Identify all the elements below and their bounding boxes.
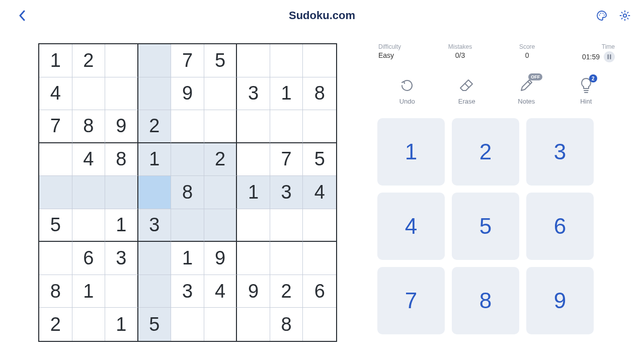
sudoku-cell[interactable] <box>138 77 172 111</box>
sudoku-cell[interactable]: 3 <box>138 209 172 242</box>
sudoku-cell[interactable]: 1 <box>105 308 138 341</box>
sudoku-cell[interactable] <box>72 308 106 341</box>
sudoku-cell[interactable] <box>237 209 270 242</box>
sudoku-cell[interactable] <box>105 77 138 111</box>
pause-button[interactable] <box>604 51 615 62</box>
sudoku-cell[interactable] <box>171 110 204 143</box>
sudoku-cell[interactable]: 2 <box>204 143 237 176</box>
sudoku-cell[interactable] <box>105 176 138 209</box>
stat-value: 01:59 <box>582 53 600 61</box>
sudoku-cell[interactable]: 2 <box>138 110 172 143</box>
sudoku-cell[interactable]: 8 <box>72 110 106 143</box>
sudoku-cell[interactable] <box>138 44 172 77</box>
sudoku-cell[interactable]: 8 <box>171 176 204 209</box>
numpad-key-4[interactable]: 4 <box>377 193 445 260</box>
undo-button[interactable]: Undo <box>387 76 427 105</box>
hint-button[interactable]: 2 Hint <box>566 76 606 105</box>
sudoku-cell[interactable]: 3 <box>237 77 270 111</box>
sudoku-cell[interactable]: 1 <box>39 44 72 77</box>
settings-button[interactable] <box>618 9 632 23</box>
sudoku-cell[interactable] <box>204 209 237 242</box>
sudoku-cell[interactable] <box>171 143 204 176</box>
numpad-key-5[interactable]: 5 <box>452 193 519 260</box>
sudoku-cell[interactable] <box>204 308 237 341</box>
sudoku-cell[interactable] <box>270 110 303 143</box>
sudoku-cell[interactable]: 1 <box>105 209 138 242</box>
sudoku-cell[interactable] <box>237 110 270 143</box>
numpad-key-7[interactable]: 7 <box>377 267 445 334</box>
sudoku-cell[interactable] <box>237 242 270 275</box>
sudoku-cell[interactable] <box>237 308 270 341</box>
action-label: Hint <box>580 98 592 105</box>
sudoku-cell[interactable] <box>105 275 138 308</box>
sudoku-cell[interactable] <box>72 176 106 209</box>
sudoku-cell[interactable]: 4 <box>39 77 72 111</box>
sudoku-cell[interactable] <box>270 209 303 242</box>
sudoku-cell[interactable] <box>39 143 72 176</box>
sudoku-cell[interactable]: 5 <box>303 143 336 176</box>
sudoku-cell[interactable] <box>204 77 237 111</box>
sudoku-cell[interactable]: 8 <box>270 308 303 341</box>
sudoku-cell[interactable] <box>303 110 336 143</box>
sudoku-cell[interactable]: 1 <box>237 176 270 209</box>
sudoku-cell[interactable] <box>72 209 106 242</box>
sudoku-cell[interactable]: 9 <box>204 242 237 275</box>
sudoku-cell[interactable]: 7 <box>171 44 204 77</box>
sudoku-cell[interactable]: 8 <box>303 77 336 111</box>
numpad-key-9[interactable]: 9 <box>526 267 594 334</box>
sudoku-cell[interactable] <box>171 209 204 242</box>
sudoku-cell[interactable]: 1 <box>72 275 106 308</box>
sudoku-cell[interactable] <box>171 308 204 341</box>
sudoku-cell[interactable]: 4 <box>72 143 106 176</box>
sudoku-cell[interactable] <box>270 242 303 275</box>
sudoku-cell[interactable] <box>270 44 303 77</box>
numpad-key-8[interactable]: 8 <box>452 267 519 334</box>
sudoku-cell[interactable]: 7 <box>39 110 72 143</box>
sudoku-cell[interactable]: 4 <box>204 275 237 308</box>
sudoku-cell[interactable] <box>303 308 336 341</box>
sudoku-cell[interactable]: 3 <box>270 176 303 209</box>
back-button[interactable] <box>14 8 30 24</box>
sudoku-cell[interactable]: 3 <box>171 275 204 308</box>
sudoku-cell[interactable]: 6 <box>303 275 336 308</box>
sudoku-cell[interactable] <box>39 242 72 275</box>
sudoku-cell[interactable]: 6 <box>72 242 106 275</box>
sudoku-cell[interactable]: 5 <box>204 44 237 77</box>
sudoku-cell[interactable] <box>39 176 72 209</box>
sudoku-cell[interactable]: 1 <box>138 143 172 176</box>
sudoku-cell[interactable]: 2 <box>270 275 303 308</box>
sudoku-cell[interactable] <box>138 242 172 275</box>
sudoku-cell[interactable]: 2 <box>39 308 72 341</box>
sudoku-cell[interactable]: 1 <box>171 242 204 275</box>
sudoku-cell[interactable] <box>72 77 106 111</box>
sudoku-cell[interactable] <box>204 110 237 143</box>
numpad-key-1[interactable]: 1 <box>377 118 445 186</box>
sudoku-cell[interactable] <box>237 44 270 77</box>
sudoku-cell[interactable] <box>303 44 336 77</box>
sudoku-cell[interactable]: 9 <box>237 275 270 308</box>
sudoku-cell[interactable]: 9 <box>171 77 204 111</box>
sudoku-cell[interactable]: 5 <box>39 209 72 242</box>
sudoku-cell[interactable] <box>204 176 237 209</box>
sudoku-cell[interactable] <box>138 275 172 308</box>
sudoku-cell[interactable]: 4 <box>303 176 336 209</box>
sudoku-cell[interactable]: 5 <box>138 308 172 341</box>
sudoku-cell[interactable] <box>303 242 336 275</box>
notes-button[interactable]: OFF Notes <box>506 76 546 105</box>
numpad-key-3[interactable]: 3 <box>526 118 594 186</box>
numpad-key-6[interactable]: 6 <box>526 193 594 260</box>
sudoku-cell[interactable] <box>237 143 270 176</box>
sudoku-cell[interactable] <box>105 44 138 77</box>
sudoku-cell[interactable]: 1 <box>270 77 303 111</box>
sudoku-cell[interactable]: 3 <box>105 242 138 275</box>
sudoku-cell[interactable]: 2 <box>72 44 106 77</box>
sudoku-cell[interactable]: 9 <box>105 110 138 143</box>
sudoku-cell[interactable] <box>138 176 172 209</box>
sudoku-cell[interactable] <box>303 209 336 242</box>
theme-button[interactable] <box>595 9 609 23</box>
numpad-key-2[interactable]: 2 <box>452 118 519 186</box>
sudoku-cell[interactable]: 8 <box>39 275 72 308</box>
sudoku-cell[interactable]: 8 <box>105 143 138 176</box>
sudoku-cell[interactable]: 7 <box>270 143 303 176</box>
erase-button[interactable]: Erase <box>447 76 487 105</box>
